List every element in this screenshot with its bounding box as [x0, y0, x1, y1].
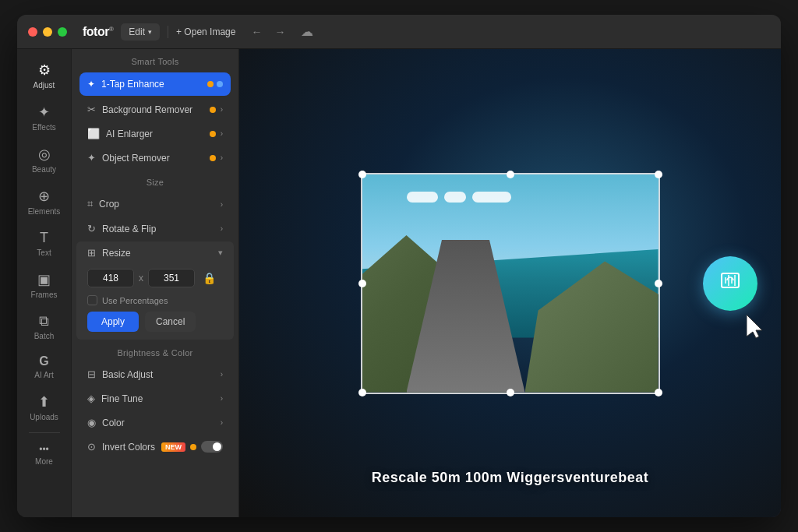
percentages-row: Use Percentages — [76, 295, 234, 312]
basic-adjust-label: ⊟ Basic Adjust — [87, 368, 153, 380]
color-label: ◉ Color — [87, 417, 125, 428]
chevron-right-rotate: › — [221, 224, 223, 233]
app-logo: fotor® — [83, 25, 113, 39]
lock-icon[interactable]: 🔒 — [203, 272, 216, 284]
clouds — [407, 192, 511, 203]
percentages-label: Use Percentages — [102, 296, 168, 305]
chevron-right-color: › — [221, 418, 223, 427]
ai-enlarger-row[interactable]: ⬜ AI Enlarger › — [76, 122, 234, 145]
sidebar-item-text[interactable]: T Text — [22, 224, 67, 263]
brightness-color-label: Brightness & Color — [72, 340, 238, 362]
separator — [168, 26, 168, 38]
handle-top-right[interactable] — [655, 171, 662, 178]
sidebar-item-uploads[interactable]: ⬆ Uploads — [22, 387, 67, 428]
handle-bottom-right[interactable] — [655, 389, 662, 396]
close-button[interactable] — [28, 27, 37, 37]
cloud-icon: ☁ — [301, 24, 313, 39]
handle-bottom-middle[interactable] — [507, 389, 514, 396]
cancel-button[interactable]: Cancel — [145, 312, 196, 332]
sidebar-item-batch[interactable]: ⧉ Batch — [22, 307, 67, 347]
crop-icon: ⌗ — [87, 198, 93, 210]
text-icon: T — [40, 230, 48, 246]
chevron-right-fine: › — [221, 394, 223, 403]
handle-top-middle[interactable] — [507, 171, 514, 178]
handle-left-middle[interactable] — [358, 280, 366, 287]
enhance-icon: ✦ — [87, 79, 95, 90]
dot-invert — [190, 444, 196, 450]
crop-row[interactable]: ⌗ Crop › — [76, 192, 234, 216]
elements-icon: ⊕ — [38, 188, 50, 205]
invert-colors-label: ⊙ Invert Colors — [87, 441, 155, 453]
tools-panel: Smart Tools ✦ 1-Tap Enhance ✂ Background… — [72, 49, 239, 517]
apply-button[interactable]: Apply — [87, 312, 139, 332]
traffic-lights — [28, 27, 67, 37]
fine-tune-row[interactable]: ◈ Fine Tune › — [76, 387, 234, 410]
scene — [362, 174, 659, 393]
adjust-icon: ⚙ — [38, 62, 51, 79]
sidebar-item-effects[interactable]: ✦ Effects — [22, 97, 67, 138]
more-icon: ••• — [39, 444, 49, 455]
height-input[interactable] — [148, 269, 195, 287]
basic-adjust-row[interactable]: ⊟ Basic Adjust › — [76, 363, 234, 386]
back-arrow[interactable]: ← — [246, 24, 267, 40]
background-remover-label: ✂ Background Remover — [87, 104, 192, 115]
rotate-flip-row[interactable]: ↻ Rotate & Flip › — [76, 217, 234, 240]
object-remover-row[interactable]: ✦ Object Remover › — [76, 146, 234, 169]
floating-action-button[interactable] — [703, 256, 757, 311]
rotate-flip-label: ↻ Rotate & Flip — [87, 223, 156, 234]
sidebar-item-frames[interactable]: ▣ Frames — [22, 265, 67, 305]
frames-icon: ▣ — [37, 271, 51, 288]
fine-tune-icon: ◈ — [87, 393, 95, 404]
resize-section: ⊞ Resize ▾ x 🔒 Use Percentages Apply — [76, 241, 234, 340]
width-input[interactable] — [87, 269, 134, 287]
bg-remover-right: › — [210, 105, 223, 114]
invert-toggle[interactable] — [201, 441, 223, 453]
resize-inputs: x 🔒 — [76, 264, 234, 295]
minimize-button[interactable] — [43, 27, 52, 37]
chevron-right-3: › — [221, 153, 223, 162]
object-remover-right: › — [210, 153, 223, 162]
image-canvas — [362, 174, 659, 393]
forward-arrow[interactable]: → — [270, 24, 290, 40]
dot-yellow-3 — [210, 131, 216, 137]
sidebar-item-more[interactable]: ••• More — [22, 438, 67, 472]
object-remover-icon: ✦ — [87, 152, 96, 164]
size-label: Size — [72, 170, 238, 192]
sidebar-item-ai-art[interactable]: G AI Art — [22, 348, 67, 386]
invert-right: NEW — [161, 441, 223, 453]
new-badge: NEW — [161, 442, 185, 452]
effects-icon: ✦ — [38, 104, 50, 121]
open-image-button[interactable]: + Open Image — [176, 26, 235, 37]
resize-label: ⊞ Resize — [87, 247, 131, 259]
enhance-indicators — [207, 81, 223, 87]
handle-top-left[interactable] — [358, 171, 366, 178]
smart-tools-label: Smart Tools — [72, 49, 238, 71]
maximize-button[interactable] — [58, 27, 67, 37]
cloud-1 — [407, 192, 438, 203]
sidebar-item-adjust[interactable]: ⚙ Adjust — [22, 55, 67, 96]
image-preview — [361, 173, 660, 394]
dot-yellow-2 — [210, 107, 216, 113]
resize-header[interactable]: ⊞ Resize ▾ — [76, 241, 234, 264]
chevron-right-basic: › — [221, 370, 223, 379]
ai-enlarger-icon: ⬜ — [87, 128, 100, 139]
apply-cancel-row: Apply Cancel — [76, 312, 234, 340]
main-content: ⚙ Adjust ✦ Effects ◎ Beauty ⊕ Elements T… — [17, 49, 781, 517]
edit-button[interactable]: Edit ▾ — [121, 23, 160, 41]
background-remover-row[interactable]: ✂ Background Remover › — [76, 98, 234, 121]
basic-adjust-icon: ⊟ — [87, 368, 96, 380]
handle-right-middle[interactable] — [655, 280, 662, 287]
handle-bottom-left[interactable] — [358, 389, 366, 396]
dot-yellow-4 — [210, 155, 216, 161]
sidebar-item-elements[interactable]: ⊕ Elements — [22, 181, 67, 222]
app-window: fotor® Edit ▾ + Open Image ← → ☁ ⚙ Adjus… — [17, 15, 781, 517]
crop-box[interactable] — [361, 173, 660, 394]
percentages-checkbox[interactable] — [87, 295, 97, 305]
one-tap-enhance-row[interactable]: ✦ 1-Tap Enhance — [79, 72, 231, 96]
nav-arrows: ← → — [246, 24, 290, 40]
dot-yellow — [207, 81, 214, 87]
color-row[interactable]: ◉ Color › — [76, 411, 234, 434]
invert-colors-row[interactable]: ⊙ Invert Colors NEW — [76, 435, 234, 458]
sidebar-item-beauty[interactable]: ◎ Beauty — [22, 139, 67, 180]
title-bar: fotor® Edit ▾ + Open Image ← → ☁ — [17, 15, 781, 49]
